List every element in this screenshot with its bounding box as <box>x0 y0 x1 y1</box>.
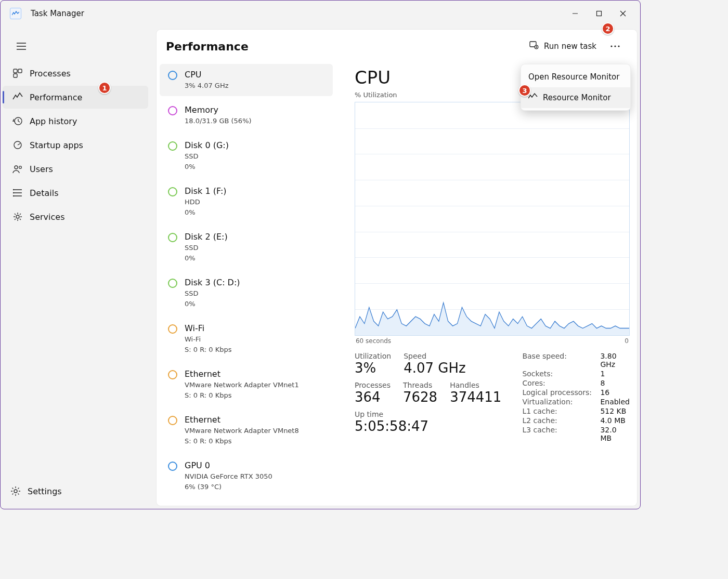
main-panel: Performance Run new task Open Resource M… <box>157 30 637 506</box>
nav-label: Startup apps <box>30 140 83 150</box>
spec-key: L1 cache: <box>522 407 600 415</box>
svg-rect-7 <box>14 69 17 73</box>
annotation-badge-1: 1 <box>98 82 111 94</box>
spec-key: Cores: <box>522 379 600 387</box>
sidebar-item-settings[interactable]: Settings <box>1 480 151 503</box>
spec-value: 1 <box>600 370 630 378</box>
perf-item-sub: S: 0 R: 0 Kbps <box>185 390 299 401</box>
sidebar: ProcessesPerformanceApp historyStartup a… <box>1 27 151 509</box>
svg-rect-1 <box>597 11 602 16</box>
nav-label: App history <box>30 116 77 126</box>
close-button[interactable] <box>611 3 635 24</box>
svg-rect-9 <box>14 74 17 77</box>
status-ring-icon <box>168 416 177 425</box>
perf-item-title: GPU 0 <box>185 460 272 471</box>
hamburger-button[interactable] <box>11 36 32 57</box>
perf-item-disk-0-g-[interactable]: Disk 0 (G:)SSD0% <box>160 135 333 177</box>
perf-item-disk-1-f-[interactable]: Disk 1 (F:)HDD0% <box>160 180 333 223</box>
perf-item-ethernet[interactable]: EthernetVMware Network Adapter VMnet8S: … <box>160 409 333 452</box>
sidebar-item-processes[interactable]: Processes <box>3 62 148 85</box>
perf-item-sub: SSD <box>185 151 229 162</box>
perf-item-sub: VMware Network Adapter VMnet1 <box>185 380 299 390</box>
status-ring-icon <box>168 324 177 334</box>
perf-item-title: Disk 2 (E:) <box>185 231 228 243</box>
spec-value: 512 KB <box>600 407 630 415</box>
spec-key: Sockets: <box>522 370 600 378</box>
svg-point-21 <box>16 215 19 218</box>
spec-value: 4.0 MB <box>600 416 630 425</box>
detail-title: CPU <box>355 67 391 88</box>
speed-value: 4.07 GHz <box>404 360 466 376</box>
svg-point-28 <box>614 45 616 47</box>
uptime-label: Up time <box>355 410 501 418</box>
sidebar-item-details[interactable]: Details <box>3 181 148 204</box>
svg-point-27 <box>610 45 612 47</box>
open-resource-monitor-label: Open Resource Monitor <box>528 72 619 82</box>
app-icon <box>10 8 21 19</box>
perf-item-sub: VMware Network Adapter VMnet8 <box>185 426 299 436</box>
processes-icon <box>12 68 23 79</box>
performance-side-list: CPU3% 4.07 GHzMemory18.0/31.9 GB (56%)Di… <box>157 63 336 506</box>
run-new-task-button[interactable]: Run new task <box>524 37 602 55</box>
status-ring-icon <box>168 370 177 379</box>
spec-value: 16 <box>600 388 630 397</box>
more-options-button[interactable] <box>605 36 626 57</box>
perf-item-sub: SSD <box>185 288 240 299</box>
perf-item-title: Ethernet <box>185 369 299 380</box>
perf-item-ethernet[interactable]: EthernetVMware Network Adapter VMnet1S: … <box>160 363 333 406</box>
app-history-icon <box>12 115 23 127</box>
perf-item-gpu-0[interactable]: GPU 0NVIDIA GeForce RTX 30506% (39 °C) <box>160 455 333 497</box>
sidebar-item-services[interactable]: Services <box>3 205 148 228</box>
spec-value: Enabled <box>600 398 630 406</box>
services-icon <box>12 211 23 222</box>
maximize-button[interactable] <box>587 3 611 24</box>
svg-point-13 <box>15 166 18 169</box>
util-label: Utilization <box>355 352 391 360</box>
perf-item-memory[interactable]: Memory18.0/31.9 GB (56%) <box>160 99 333 131</box>
sidebar-item-startup-apps[interactable]: Startup apps <box>3 134 148 156</box>
speed-label: Speed <box>404 352 466 360</box>
perf-item-sub: Wi-Fi <box>185 334 232 345</box>
handles-value: 374411 <box>450 389 501 405</box>
run-new-task-label: Run new task <box>544 42 596 51</box>
spec-key: Virtualization: <box>522 398 600 406</box>
nav-label: Users <box>30 164 53 174</box>
cpu-detail-pane: CPU AMD Ryzen 7 5 % Utilization 60 secon… <box>336 63 637 506</box>
svg-point-19 <box>13 192 14 193</box>
spec-value: 32.0 MB <box>600 426 630 442</box>
svg-point-29 <box>618 45 619 47</box>
spec-value: 3.80 GHz <box>600 352 630 369</box>
performance-icon <box>12 91 23 103</box>
sidebar-item-users[interactable]: Users <box>3 157 148 180</box>
sidebar-item-app-history[interactable]: App history <box>3 110 148 133</box>
minimize-button[interactable] <box>563 3 587 24</box>
perf-item-cpu[interactable]: CPU3% 4.07 GHz <box>160 64 333 96</box>
handles-label: Handles <box>450 381 501 389</box>
proc-label: Processes <box>355 381 391 389</box>
perf-item-disk-3-c-d-[interactable]: Disk 3 (C: D:)SSD0% <box>160 272 333 314</box>
svg-point-22 <box>14 490 17 493</box>
status-ring-icon <box>168 106 177 115</box>
perf-item-disk-2-e-[interactable]: Disk 2 (E:)SSD0% <box>160 226 333 269</box>
annotation-badge-2: 2 <box>602 22 614 35</box>
perf-item-sub: 0% <box>185 253 228 264</box>
perf-item-title: Disk 3 (C: D:) <box>185 277 240 288</box>
perf-item-sub: 6% (39 °C) <box>185 482 272 492</box>
page-title: Performance <box>166 40 249 53</box>
status-ring-icon <box>168 233 177 242</box>
menu-open-resource-monitor[interactable]: Open Resource Monitor <box>521 67 630 87</box>
perf-item-wi-fi[interactable]: Wi-FiWi-FiS: 0 R: 0 Kbps <box>160 318 333 360</box>
perf-item-title: Disk 0 (G:) <box>185 140 229 151</box>
svg-rect-8 <box>18 69 22 73</box>
nav-label: Performance <box>30 93 82 102</box>
status-ring-icon <box>168 71 177 80</box>
nav-label: Services <box>30 212 64 222</box>
startup-apps-icon <box>12 139 23 151</box>
svg-point-14 <box>19 166 22 169</box>
sidebar-item-performance[interactable]: Performance <box>3 86 148 109</box>
status-ring-icon <box>168 462 177 471</box>
settings-label: Settings <box>28 486 62 496</box>
menu-resource-monitor[interactable]: Resource Monitor <box>521 87 630 108</box>
annotation-badge-3: 3 <box>518 84 531 97</box>
perf-item-sub: SSD <box>185 243 228 253</box>
